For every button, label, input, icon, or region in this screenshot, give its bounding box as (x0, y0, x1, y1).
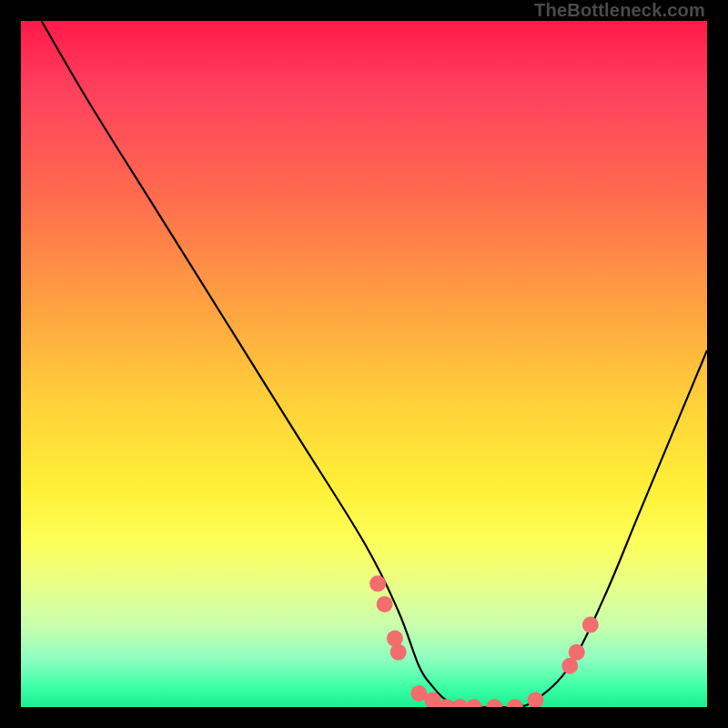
marker-layer (369, 575, 599, 707)
plot-area (21, 21, 707, 707)
data-marker (486, 699, 502, 707)
data-marker (466, 699, 482, 707)
chart-frame: TheBottleneck.com (0, 0, 728, 728)
data-marker (582, 617, 599, 633)
data-marker (387, 631, 403, 647)
watermark-text: TheBottleneck.com (534, 0, 705, 21)
data-marker (377, 596, 393, 612)
data-marker (507, 699, 523, 707)
data-marker (390, 644, 407, 661)
data-marker (569, 644, 585, 661)
curve-layer (21, 21, 707, 707)
bottleneck-curve (42, 21, 707, 707)
data-marker (369, 575, 386, 592)
data-marker (528, 692, 544, 707)
